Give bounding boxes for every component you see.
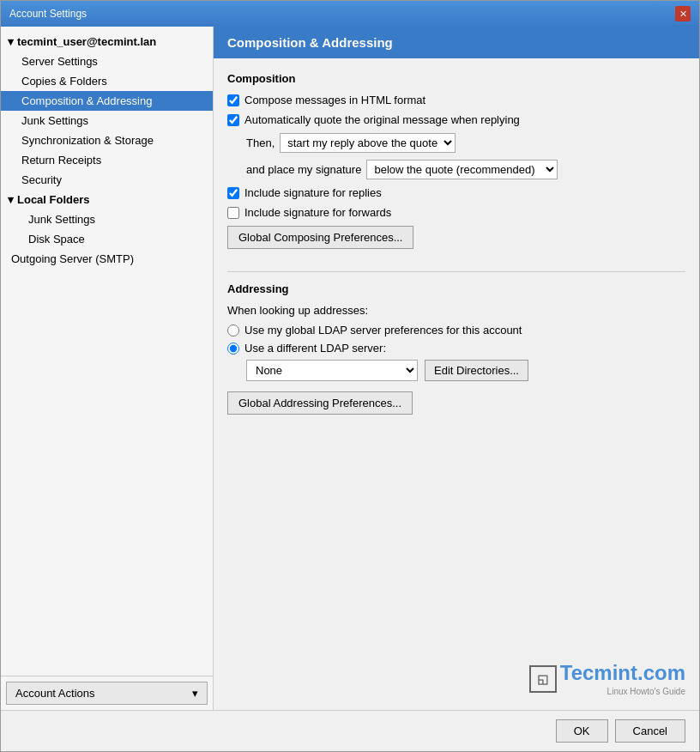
account-actions-arrow-icon: ▾ xyxy=(192,687,198,700)
global-composing-prefs-button[interactable]: Global Composing Preferences... xyxy=(227,226,413,249)
ldap-server-select[interactable]: None xyxy=(246,360,418,381)
sidebar-item-composition-addressing[interactable]: Composition & Addressing xyxy=(1,91,213,111)
auto-quote-row: Automatically quote the original message… xyxy=(227,113,685,126)
panel-title: Composition & Addressing xyxy=(227,35,393,50)
panel-content: Composition Compose messages in HTML for… xyxy=(214,58,699,710)
include-sig-replies-row: Include signature for replies xyxy=(227,186,685,199)
then-select[interactable]: start my reply above the quote start my … xyxy=(280,133,456,153)
panel-header: Composition & Addressing xyxy=(214,27,699,58)
local-folders-collapse-icon: ▾ xyxy=(8,193,14,206)
use-global-ldap-row: Use my global LDAP server preferences fo… xyxy=(227,324,685,337)
auto-quote-label: Automatically quote the original message… xyxy=(244,113,520,126)
sidebar-item-junk-settings-2[interactable]: Junk Settings xyxy=(1,209,213,229)
use-different-ldap-row: Use a different LDAP server: xyxy=(227,342,685,355)
sidebar-account-label: tecmint_user@tecmint.lan xyxy=(17,35,156,48)
content-area: ▾ tecmint_user@tecmint.lan Server Settin… xyxy=(1,27,699,710)
sidebar: ▾ tecmint_user@tecmint.lan Server Settin… xyxy=(1,27,214,710)
addressing-section-title: Addressing xyxy=(227,282,685,295)
compose-html-row: Compose messages in HTML format xyxy=(227,94,685,106)
separator xyxy=(227,271,685,272)
use-global-ldap-label: Use my global LDAP server preferences fo… xyxy=(244,324,522,337)
bottom-bar: OK Cancel xyxy=(1,710,699,751)
place-sig-label: and place my signature xyxy=(246,163,361,176)
auto-quote-checkbox[interactable] xyxy=(227,114,239,126)
window-title: Account Settings xyxy=(9,8,87,20)
title-bar: Account Settings ✕ xyxy=(1,1,699,27)
sidebar-item-disk-space[interactable]: Disk Space xyxy=(1,229,213,249)
include-sig-forwards-row: Include signature for forwards xyxy=(227,206,685,219)
collapse-arrow-icon: ▾ xyxy=(8,35,14,48)
watermark-logo: ◱ Tecmint.com Linux Howto's Guide xyxy=(529,661,685,696)
include-sig-forwards-label: Include signature for forwards xyxy=(244,206,391,219)
sidebar-item-outgoing-server[interactable]: Outgoing Server (SMTP) xyxy=(1,249,213,269)
place-sig-select[interactable]: below the quote (recommended) above the … xyxy=(366,160,558,179)
when-looking-label: When looking up addresses: xyxy=(227,304,685,317)
edit-directories-button[interactable]: Edit Directories... xyxy=(425,360,528,381)
include-sig-replies-label: Include signature for replies xyxy=(244,186,382,199)
compose-html-checkbox[interactable] xyxy=(227,94,239,106)
sidebar-local-folders-header[interactable]: ▾ Local Folders xyxy=(1,190,213,209)
global-addressing-prefs-button[interactable]: Global Addressing Preferences... xyxy=(227,391,413,415)
sidebar-item-security[interactable]: Security xyxy=(1,170,213,190)
watermark-brand: Tecmint.com Linux Howto's Guide xyxy=(560,661,685,696)
then-label: Then, xyxy=(246,136,275,149)
include-sig-forwards-checkbox[interactable] xyxy=(227,207,239,219)
close-button[interactable]: ✕ xyxy=(675,6,691,21)
sidebar-item-sync-storage[interactable]: Synchronization & Storage xyxy=(1,130,213,150)
ldap-server-row: None Edit Directories... xyxy=(246,360,685,381)
use-global-ldap-radio[interactable] xyxy=(227,324,239,337)
account-actions-label: Account Actions xyxy=(15,687,95,700)
use-different-ldap-label: Use a different LDAP server: xyxy=(244,342,386,355)
then-row: Then, start my reply above the quote sta… xyxy=(246,133,685,153)
sidebar-item-return-receipts[interactable]: Return Receipts xyxy=(1,150,213,170)
compose-html-label: Compose messages in HTML format xyxy=(244,94,425,106)
watermark-icon: ◱ xyxy=(529,665,557,693)
sidebar-account-header[interactable]: ▾ tecmint_user@tecmint.lan xyxy=(1,32,213,52)
main-panel: Composition & Addressing Composition Com… xyxy=(214,27,699,710)
addressing-section: Addressing When looking up addresses: Us… xyxy=(227,282,685,427)
composition-section-title: Composition xyxy=(227,72,685,85)
account-settings-window: Account Settings ✕ ▾ tecmint_user@tecmin… xyxy=(0,0,700,752)
cancel-button[interactable]: Cancel xyxy=(615,719,685,743)
sidebar-scroll: ▾ tecmint_user@tecmint.lan Server Settin… xyxy=(1,27,213,676)
sidebar-footer: Account Actions ▾ xyxy=(1,676,213,710)
use-different-ldap-radio[interactable] xyxy=(227,343,239,355)
watermark-sub: Linux Howto's Guide xyxy=(560,687,685,696)
sidebar-item-server-settings[interactable]: Server Settings xyxy=(1,52,213,71)
account-actions-button[interactable]: Account Actions ▾ xyxy=(6,682,208,705)
sidebar-item-junk-settings[interactable]: Junk Settings xyxy=(1,111,213,130)
include-sig-replies-checkbox[interactable] xyxy=(227,187,239,199)
sidebar-item-copies-folders[interactable]: Copies & Folders xyxy=(1,71,213,91)
watermark-brand-main: Tecmint xyxy=(560,661,637,684)
watermark: ◱ Tecmint.com Linux Howto's Guide xyxy=(529,661,685,696)
ok-button[interactable]: OK xyxy=(556,719,608,743)
place-sig-row: and place my signature below the quote (… xyxy=(246,160,685,179)
watermark-brand-dot: .com xyxy=(637,661,685,684)
